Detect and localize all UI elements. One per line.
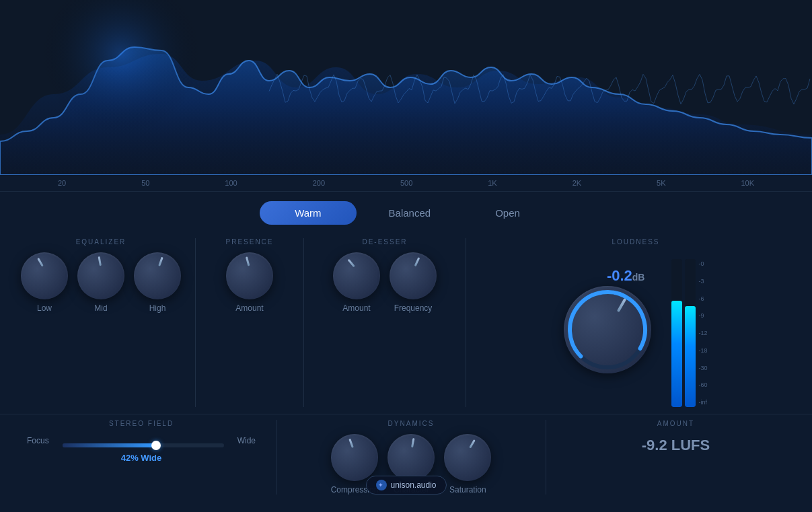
meter-label: -3: [698, 278, 707, 285]
stereo-value: 42% Wide: [121, 453, 162, 463]
controls-area: EQUALIZER LowMidHigh PRESENCE Amount DE-…: [0, 231, 812, 407]
loudness-section: LOUDNESS -0.2dB: [480, 238, 792, 407]
presence-label: PRESENCE: [225, 238, 273, 246]
stereo-row: Focus Wide: [20, 434, 262, 447]
knob-high[interactable]: [134, 252, 181, 299]
knob-tick: [469, 439, 476, 449]
meter-label: -12: [698, 330, 707, 336]
meter-label: -60: [698, 381, 707, 388]
loudness-bottom: Amount -9.2 LUFS: [560, 420, 792, 495]
meter-label: -inf: [698, 399, 707, 406]
stereo-fill: [63, 443, 156, 447]
meter-bar-1: [671, 259, 682, 407]
meter-labels: -0-3-6-9-12-18-30-60-inf: [698, 259, 707, 407]
freq-label: 5K: [657, 179, 665, 187]
loudness-unit: dB: [632, 272, 645, 283]
freq-label: 10K: [741, 179, 754, 187]
spectrum-canvas: [0, 0, 812, 175]
knob-tick: [37, 258, 44, 267]
knob-compression[interactable]: [331, 434, 378, 481]
knob-tick: [411, 438, 414, 447]
knob-group-compression: Compression: [331, 434, 379, 495]
freq-label: 2K: [573, 179, 581, 187]
knob-label: Saturation: [449, 485, 486, 495]
loudness-amount-label: Amount: [657, 420, 694, 427]
deesser-knobs: AmountFrequency: [333, 252, 437, 313]
knob-tick: [245, 256, 250, 266]
divider-5: [546, 420, 546, 495]
loudness-value: -0.2: [607, 267, 632, 284]
dynamics-knobs: CompressionCharacterSaturation: [331, 434, 492, 495]
knob-group-amount: Amount: [226, 252, 273, 313]
knob-group-amount: Amount: [333, 252, 380, 313]
deesser-section: DE-ESSER AmountFrequency: [318, 238, 452, 407]
knob-label: Frequency: [394, 303, 433, 313]
knob-mid[interactable]: [77, 252, 124, 299]
knob-amount[interactable]: [333, 252, 380, 299]
knob-tick: [98, 256, 101, 266]
freq-label: 20: [58, 179, 66, 187]
knob-label: Amount: [342, 303, 370, 313]
meter-label: -6: [698, 295, 707, 302]
loudness-knob[interactable]: [564, 286, 651, 373]
freq-label: 500: [400, 179, 412, 187]
knob-group-mid: Mid: [77, 252, 124, 313]
knob-tick: [158, 257, 163, 266]
meter-fill-1: [671, 301, 682, 407]
knob-amount[interactable]: [226, 252, 273, 299]
lufs-value: -9.2 LUFS: [642, 437, 710, 454]
meter-label: -9: [698, 312, 707, 319]
meter-bar-2: [685, 259, 696, 407]
knob-tick: [347, 259, 355, 268]
knob-frequency[interactable]: [390, 252, 437, 299]
presence-knobs: Amount: [226, 252, 273, 313]
stereo-section: STEREO FIELD Focus Wide 42% Wide: [20, 420, 262, 495]
knob-label: Character: [394, 485, 429, 495]
loudness-label: LOUDNESS: [612, 238, 659, 246]
divider-4: [276, 420, 276, 495]
knob-label: High: [149, 303, 166, 313]
loudness-container: -0.2dB -0-3-6-9-12-18-30-: [480, 252, 792, 407]
stereo-slider[interactable]: [63, 443, 224, 447]
dynamics-section: DYNAMICS CompressionCharacterSaturation: [290, 420, 532, 495]
loudness-arc: [564, 286, 651, 373]
knob-label: Low: [37, 303, 52, 313]
bottom-area: STEREO FIELD Focus Wide 42% Wide DYNAMIC…: [0, 414, 812, 495]
presence-section: PRESENCE Amount: [209, 238, 290, 407]
stereo-thumb[interactable]: [151, 441, 161, 450]
knob-character[interactable]: [387, 434, 435, 481]
knob-group-character: Character: [387, 434, 435, 495]
meter-fill-2: [685, 306, 696, 407]
equalizer-label: EQUALIZER: [76, 238, 126, 246]
mode-btn-balanced[interactable]: Balanced: [357, 202, 464, 224]
meter-label: -18: [698, 347, 707, 354]
mode-selector: WarmBalancedOpen: [0, 192, 812, 231]
knob-tick: [349, 439, 355, 448]
knob-low[interactable]: [21, 252, 68, 299]
mode-btn-open[interactable]: Open: [463, 202, 552, 224]
focus-label: Focus: [27, 436, 49, 445]
knob-group-low: Low: [21, 252, 68, 313]
dynamics-label: DYNAMICS: [388, 420, 435, 427]
knob-tick: [414, 257, 420, 266]
freq-label: 50: [141, 179, 149, 187]
meter-label: -0: [698, 260, 707, 267]
knob-label: Compression: [331, 485, 379, 495]
knob-saturation[interactable]: [444, 434, 491, 481]
spectrum-display: [0, 0, 812, 175]
equalizer-section: EQUALIZER LowMidHigh: [20, 238, 182, 407]
mode-btn-warm[interactable]: Warm: [260, 201, 356, 225]
freq-label: 200: [313, 179, 325, 187]
divider-1: [195, 238, 196, 407]
knob-label: Mid: [94, 303, 107, 313]
knob-group-frequency: Frequency: [390, 252, 437, 313]
freq-label: 100: [225, 179, 237, 187]
freq-label: 1K: [488, 179, 496, 187]
wide-label: Wide: [237, 436, 256, 445]
knob-label: Amount: [235, 303, 263, 313]
divider-2: [303, 238, 304, 407]
frequency-labels: 20501002005001K2K5K10K: [0, 175, 812, 192]
meter-container: -0-3-6-9-12-18-30-60-inf: [671, 252, 707, 407]
equalizer-knobs: LowMidHigh: [21, 252, 181, 313]
stereo-label: STEREO FIELD: [109, 420, 174, 427]
